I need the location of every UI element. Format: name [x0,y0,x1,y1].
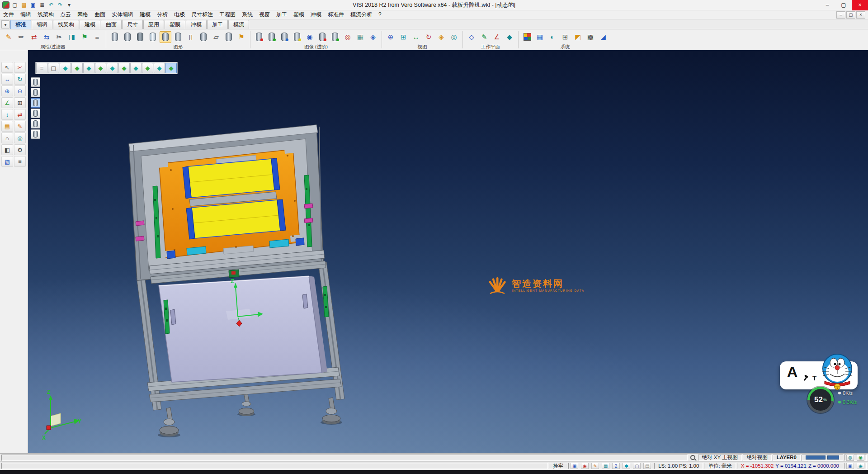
status-edit-icon[interactable]: ✎ [591,463,599,469]
layers-icon[interactable]: ▤ [1,121,13,132]
viewport-3d[interactable]: Z Z Y X ≡▢◆◆◆◆◆◆◆◆◆ [28,50,868,453]
zoom-window-icon[interactable]: ⊞ [397,31,409,43]
status-cube-icon[interactable]: ▣ [846,463,854,469]
menu-drafting[interactable]: 工程图 [216,10,239,19]
status-world-icon[interactable]: ◉ [857,463,864,469]
tab-apply[interactable]: 应用 [143,20,164,29]
view-menu-icon[interactable]: ≡ [36,63,47,73]
box-display-icon[interactable]: ▱ [210,31,222,43]
system-globe-icon[interactable]: ◐ [547,31,558,43]
menu-flow-analysis[interactable]: 模流分析 [347,10,375,19]
home-view-icon[interactable]: ⌂ [1,133,13,143]
flag-display-icon[interactable]: ⚑ [236,31,247,43]
half-display-icon[interactable]: ◧ [1,144,13,155]
tab-modeling[interactable]: 建模 [80,20,100,29]
maximize-button[interactable]: ▢ [835,0,852,10]
status-snap-icon[interactable]: ◉ [581,463,589,469]
new-file-icon[interactable]: ▢ [11,1,19,9]
status-star-icon[interactable]: ✱ [623,463,630,469]
status-view-mode[interactable]: 绝对 XY 上视图 [698,455,742,461]
edge-display-icon[interactable] [172,31,184,43]
view-plane-icon[interactable]: ▢ [48,63,59,73]
quick-access-dropdown-icon[interactable]: ▾ [65,1,73,9]
filter-mesh-icon[interactable] [31,119,40,128]
menu-dimension[interactable]: 尺寸标注 [188,10,216,19]
erase-icon[interactable]: ✂ [14,62,26,73]
attr-transfer-icon[interactable]: ⇆ [41,31,52,43]
tab-edit[interactable]: 编辑 [32,20,52,29]
workplane-angle-icon[interactable]: ∠ [491,31,503,43]
render-green-icon[interactable] [266,31,278,43]
render-pair-icon[interactable] [316,31,328,43]
status-layer[interactable]: LAYER0 [773,455,801,461]
render-eye-icon[interactable]: ◉ [304,31,316,43]
settings-icon[interactable]: ⚙ [14,144,26,155]
status-lock-toggle[interactable]: 拴牢 [549,463,567,469]
render-yellow-icon[interactable] [291,31,303,43]
status-save-icon[interactable]: ▣ [571,463,578,469]
tab-surface[interactable]: 曲面 [101,20,122,29]
workplane-new-icon[interactable]: ◆ [504,31,515,43]
active-shading-icon[interactable] [160,31,171,43]
render-blue-icon[interactable] [278,31,290,43]
attr-swap-icon[interactable]: ⇄ [28,31,40,43]
grid-icon[interactable]: ⊞ [14,97,26,108]
menu-system[interactable]: 系统 [239,10,256,19]
print-icon[interactable]: ≣ [38,1,46,9]
mirror-icon[interactable]: ⇄ [14,109,26,120]
attr-copy-icon[interactable]: ✏ [15,31,27,43]
tab-dimension[interactable]: 尺寸 [122,20,143,29]
system-screen-icon[interactable]: ▦ [534,31,546,43]
zoom-all-icon[interactable]: ⊕ [385,31,396,43]
top-view-icon[interactable]: ◆ [71,63,83,73]
move-icon[interactable]: ↕ [1,109,13,120]
render-red-icon[interactable] [253,31,265,43]
iso-view-icon[interactable]: ◆ [60,63,71,73]
minimize-button[interactable]: – [819,0,835,10]
cad-machine-model[interactable] [129,125,344,437]
refresh-view-icon[interactable]: ◎ [448,31,460,43]
status-monitor-icon[interactable]: ▢ [633,463,641,469]
axon-view-icon[interactable]: ◆ [142,63,153,73]
shaded-display-icon[interactable] [122,31,133,43]
mdi-minimize-button[interactable]: – [836,11,845,19]
tab-die[interactable]: 冲模 [186,20,207,29]
visi-logo-icon[interactable] [2,1,10,9]
menu-edit[interactable]: 编辑 [17,10,34,19]
select-icon[interactable]: ↖ [1,62,13,73]
rotate-view-icon[interactable]: ↻ [423,31,434,43]
undo-icon[interactable]: ↶ [47,1,55,9]
menu-point-cloud[interactable]: 点云 [57,10,74,19]
status-abs-view[interactable]: 绝对视图 [743,455,772,461]
open-file-icon[interactable]: ▤ [20,1,28,9]
render-cube-icon[interactable]: ◈ [367,31,379,43]
filter-flag-icon[interactable]: ⚑ [79,31,90,43]
zoom-out-icon[interactable]: ⊖ [14,85,26,96]
right-view-icon[interactable]: ◆ [95,63,106,73]
menu-mold[interactable]: 塑模 [290,10,307,19]
menu-surface[interactable]: 曲面 [91,10,108,19]
dimetric-view-icon[interactable]: ◆ [154,63,165,73]
menu-window[interactable]: 视窗 [256,10,273,19]
wireframe-display-icon[interactable] [109,31,121,43]
menu-modeling[interactable]: 建模 [137,10,154,19]
menu-file[interactable]: 文件 [0,10,17,19]
menu-analysis[interactable]: 分析 [154,10,171,19]
menu-standard-parts[interactable]: 标准件 [325,10,347,19]
previous-view-icon[interactable]: ◈ [435,31,447,43]
hatch-icon[interactable]: ▧ [1,156,13,167]
menu-solid-edit[interactable]: 实体编辑 [108,10,137,19]
filter-half-icon[interactable]: ◨ [66,31,78,43]
list-icon[interactable]: ≡ [14,156,26,167]
measure-icon[interactable]: ∠ [1,97,13,108]
pan-tool-icon[interactable]: ↔ [1,74,13,85]
dynamic-rotate-icon[interactable]: ↻ [14,74,26,85]
status-layer2-icon[interactable]: 2 [612,463,620,469]
save-icon[interactable]: ▣ [29,1,37,9]
menu-die[interactable]: 冲模 [307,10,325,19]
refresh-icon[interactable]: ◎ [14,133,26,143]
front-view-icon[interactable]: ◆ [83,63,94,73]
filter-list-icon[interactable]: ≡ [91,31,103,43]
workplane-edit-icon[interactable]: ✎ [478,31,490,43]
left-view-icon[interactable]: ◆ [107,63,118,73]
